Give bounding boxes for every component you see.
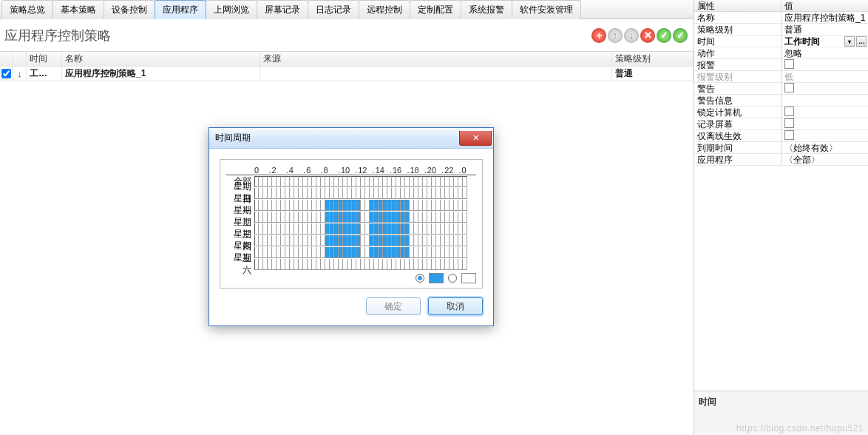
prop-key: 警告	[694, 83, 781, 94]
tab-系统报警[interactable]: 系统报警	[461, 0, 512, 19]
tab-bar: 策略总览基本策略设备控制应用程序上网浏览屏幕记录日志记录远程控制定制配置系统报警…	[0, 0, 694, 19]
delete-icon[interactable]: ✕	[640, 28, 655, 43]
prop-row-应用程序[interactable]: 应用程序〈全部〉	[694, 154, 868, 166]
schedule-row-星期六[interactable]: 星期六	[226, 258, 476, 270]
tab-应用程序[interactable]: 应用程序	[155, 0, 206, 19]
schedule-cell[interactable]	[463, 188, 467, 199]
schedule-cell[interactable]	[463, 247, 467, 258]
apply-icon[interactable]: ✓	[657, 28, 671, 43]
schedule-row-星期二[interactable]: 星期二	[226, 211, 476, 223]
schedule-row-全部[interactable]: 全部	[226, 175, 476, 187]
apply-all-icon[interactable]: ✓	[673, 28, 688, 43]
ellipsis-icon[interactable]: …	[856, 36, 867, 47]
prop-val[interactable]: 工作时间▾…	[781, 36, 868, 47]
schedule-cell[interactable]	[463, 259, 467, 270]
move-up-icon[interactable]: ↑	[608, 28, 623, 43]
ok-button[interactable]: 确定	[366, 297, 421, 315]
prop-row-策略级别[interactable]: 策略级别普通	[694, 24, 868, 36]
prop-row-报警[interactable]: 报警	[694, 59, 868, 71]
add-icon[interactable]: ＋	[591, 28, 606, 43]
row-time: 工…	[27, 67, 62, 81]
prop-row-报警级别[interactable]: 报警级别低	[694, 71, 868, 83]
hour-ticks: 0.2.4.6.8.10.12.14.16.18.20.22.0	[254, 166, 476, 175]
schedule-grid[interactable]: 0.2.4.6.8.10.12.14.16.18.20.22.0 全部星期日星期…	[220, 159, 483, 289]
schedule-row-星期五[interactable]: 星期五	[226, 246, 476, 258]
legend-radio-on[interactable]	[416, 274, 424, 283]
prop-key: 应用程序	[694, 154, 781, 165]
prop-row-记录屏幕[interactable]: 记录屏幕	[694, 118, 868, 130]
checkbox-icon[interactable]	[784, 107, 794, 116]
prop-val[interactable]	[781, 130, 868, 141]
tab-软件安装管理[interactable]: 软件安装管理	[512, 0, 581, 19]
prop-val[interactable]: 〈全部〉	[781, 154, 868, 165]
prop-row-名称[interactable]: 名称应用程序控制策略_1	[694, 12, 868, 24]
col-name[interactable]: 名称	[62, 52, 260, 66]
prop-val[interactable]: 低	[781, 71, 868, 82]
close-icon[interactable]: ✕	[459, 131, 492, 146]
tab-上网浏览[interactable]: 上网浏览	[206, 0, 257, 19]
checkbox-icon[interactable]	[784, 130, 794, 140]
schedule-cell[interactable]	[463, 235, 467, 246]
prop-key: 锁定计算机	[694, 107, 781, 118]
prop-row-仅离线生效[interactable]: 仅离线生效	[694, 130, 868, 142]
prop-key: 到期时间	[694, 142, 781, 153]
row-checkbox[interactable]	[1, 69, 11, 78]
schedule-cell[interactable]	[463, 176, 467, 187]
prop-row-到期时间[interactable]: 到期时间〈始终有效〉	[694, 142, 868, 154]
row-arrow-icon: ↓	[13, 67, 27, 81]
legend-radio-off[interactable]	[448, 274, 457, 283]
tab-策略总览[interactable]: 策略总览	[1, 0, 53, 19]
tab-定制配置[interactable]: 定制配置	[410, 0, 461, 19]
schedule-row-星期一[interactable]: 星期一	[226, 199, 476, 211]
prop-val[interactable]	[781, 83, 868, 94]
prop-val[interactable]: 忽略	[781, 47, 868, 58]
properties-header: 属性 值	[694, 0, 868, 12]
schedule-cell[interactable]	[463, 200, 467, 211]
col-time[interactable]: 时间	[27, 52, 62, 66]
prop-key: 时间	[694, 36, 781, 47]
prop-key: 策略级别	[694, 24, 781, 35]
schedule-row-星期三[interactable]: 星期三	[226, 223, 476, 235]
prop-val[interactable]	[781, 59, 868, 70]
schedule-cell[interactable]	[463, 212, 467, 223]
dialog-title: 时间周期	[215, 132, 251, 144]
row-level: 普通	[612, 67, 694, 81]
title-actions: ＋ ↑ ↓ ✕ ✓ ✓	[591, 28, 688, 43]
schedule-row-星期日[interactable]: 星期日	[226, 187, 476, 199]
schedule-row-label: 星期六	[226, 252, 254, 277]
prop-val[interactable]: 应用程序控制策略_1	[781, 12, 868, 23]
prop-val[interactable]: 普通	[781, 24, 868, 35]
checkbox-icon[interactable]	[784, 83, 794, 92]
prop-val[interactable]	[781, 95, 868, 106]
prop-row-警告信息[interactable]: 警告信息	[694, 95, 868, 107]
col-source[interactable]: 来源	[260, 52, 612, 66]
tab-日志记录[interactable]: 日志记录	[308, 0, 359, 19]
schedule-cell[interactable]	[463, 223, 467, 235]
checkbox-icon[interactable]	[784, 118, 794, 128]
col-level[interactable]: 策略级别	[612, 52, 694, 66]
schedule-row-星期四[interactable]: 星期四	[226, 235, 476, 246]
tab-屏幕记录[interactable]: 屏幕记录	[257, 0, 308, 19]
chevron-down-icon[interactable]: ▾	[844, 36, 855, 47]
prop-key: 仅离线生效	[694, 130, 781, 141]
prop-val[interactable]: 〈始终有效〉	[781, 142, 868, 153]
grid-row[interactable]: ↓ 工… 应用程序控制策略_1 普通	[0, 67, 694, 81]
cancel-button[interactable]: 取消	[428, 297, 483, 315]
prop-head-key: 属性	[694, 0, 781, 11]
tab-基本策略[interactable]: 基本策略	[52, 0, 104, 19]
prop-row-警告[interactable]: 警告	[694, 83, 868, 95]
prop-row-动作[interactable]: 动作忽略	[694, 47, 868, 59]
prop-val[interactable]	[781, 118, 868, 129]
prop-row-时间[interactable]: 时间工作时间▾…	[694, 36, 868, 47]
tab-设备控制[interactable]: 设备控制	[104, 0, 155, 19]
schedule-cells[interactable]: 全部星期日星期一星期二星期三星期四星期五星期六	[226, 175, 476, 270]
move-down-icon[interactable]: ↓	[624, 28, 639, 43]
properties-panel: 属性 值 名称应用程序控制策略_1策略级别普通时间工作时间▾…动作忽略报警报警级…	[694, 0, 868, 435]
checkbox-icon[interactable]	[784, 59, 794, 69]
prop-val[interactable]	[781, 107, 868, 118]
tab-远程控制[interactable]: 远程控制	[359, 0, 410, 19]
dialog-titlebar[interactable]: 时间周期 ✕	[209, 128, 493, 149]
time-period-dialog: 时间周期 ✕ 0.2.4.6.8.10.12.14.16.18.20.22.0 …	[208, 127, 494, 326]
row-source	[260, 67, 612, 81]
prop-row-锁定计算机[interactable]: 锁定计算机	[694, 107, 868, 118]
